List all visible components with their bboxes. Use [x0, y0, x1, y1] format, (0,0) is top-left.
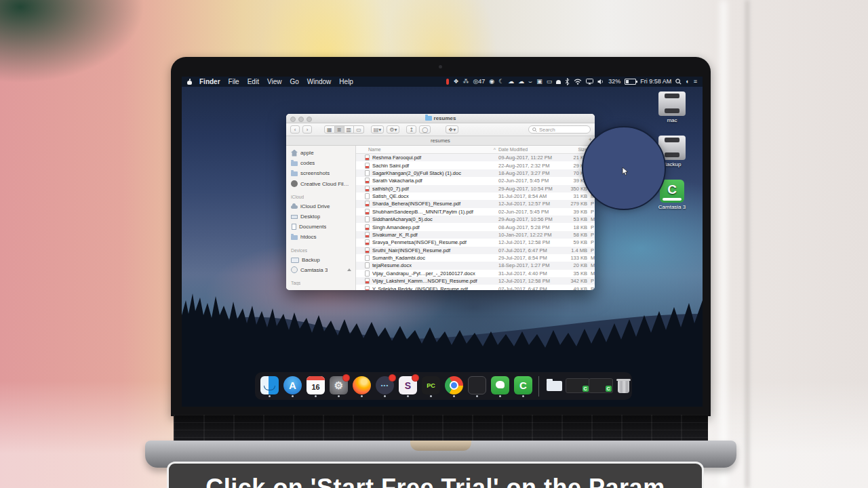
notification-count[interactable]: ◎47 [473, 77, 485, 87]
cloud-icon[interactable]: ☁ [508, 77, 514, 87]
sidebar-item[interactable]: Creative Cloud Fil… [291, 179, 355, 189]
Vijay_Gandrapu_-Pyt…per_-_20160127.docx-dock-item[interactable]: Vijay_Gandrapu_-Pyt…per_-_20160127.docx … [356, 270, 595, 277]
SiddhantAcharya(0_5).doc-dock-item[interactable]: SiddhantAcharya(0_5).doc 29-Aug-2017, 10… [356, 216, 595, 223]
minimized-window-1-dock-item[interactable]: C [568, 378, 587, 397]
Sachin Saini.pdf-dock-item[interactable]: Sachin Saini.pdf 22-Aug-2017, 2:32 PM 29… [356, 161, 595, 169]
Sumanth_Kadambi.doc-dock-item[interactable]: Sumanth_Kadambi.doc 29-Jul-2017, 8:54 PM… [356, 254, 595, 262]
sidebar-item[interactable]: Desktop [291, 211, 355, 222]
siri-icon[interactable]: ◐ [686, 77, 689, 87]
ShubhamSandeepB…_MNNIT,Paytm (1).pdf-dock-item[interactable]: ShubhamSandeepB…_MNNIT,Paytm (1).pdf 02-… [356, 208, 595, 216]
firefox-dock-item[interactable] [352, 376, 372, 397]
Sravya_Penmetsa(INSOFE)_Resume.pdf-dock-item[interactable]: Sravya_Penmetsa(INSOFE)_Resume.pdf 12-Ju… [356, 239, 595, 246]
forward-button[interactable]: › [302, 125, 312, 134]
sidebar-item[interactable]: iCloud Drive [291, 201, 355, 211]
menu-item[interactable]: Edit [243, 78, 263, 85]
sidebar-item[interactable]: apple [291, 148, 355, 158]
column-date-modified[interactable]: Date Modified [498, 147, 561, 152]
Reshma Farooqui.pdf-dock-item[interactable]: Reshma Farooqui.pdf 09-Aug-2017, 11:22 P… [356, 154, 595, 161]
apple-menu-icon[interactable] [187, 79, 193, 85]
sidebar-item[interactable]: iCloud [291, 192, 355, 201]
zoom-button[interactable] [307, 117, 312, 122]
minimize-button[interactable] [298, 117, 304, 122]
battery-icon[interactable] [625, 79, 636, 85]
close-button[interactable] [290, 117, 296, 122]
column-view-button[interactable]: ▥ [344, 125, 355, 134]
Sivakumar_K_R.pdf-dock-item[interactable]: Sivakumar_K_R.pdf 10-Jan-2017, 12:22 PM … [356, 231, 595, 239]
group-button[interactable]: ▤▾ [371, 125, 384, 134]
volume-icon[interactable] [597, 79, 604, 85]
sidebar-item[interactable]: Backup [291, 255, 355, 265]
desktop-icon-art: C [660, 180, 684, 203]
desktop-icon[interactable]: mac [652, 92, 692, 123]
search-input[interactable]: Search [528, 125, 591, 134]
list-view-button[interactable]: ≣ [335, 125, 344, 134]
calendar-dock-item[interactable]: 16 [306, 376, 326, 397]
menu-item[interactable]: Finder [195, 78, 224, 85]
Sarath Vakacharla.pdf-dock-item[interactable]: Sarath Vakacharla.pdf 02-Jun-2017, 5:45 … [356, 177, 595, 184]
clock[interactable]: Fri 9:58 AM [640, 77, 671, 87]
airplay-icon[interactable] [586, 79, 593, 85]
bluetooth-icon[interactable] [565, 78, 570, 85]
box-icon[interactable]: ▣ [536, 77, 542, 87]
tags-button[interactable]: ◯ [419, 125, 431, 134]
minimized-window-2-dock-item[interactable]: C [591, 378, 610, 397]
wifi-icon[interactable] [574, 79, 582, 85]
window-titlebar[interactable]: resumes [286, 114, 595, 123]
running-indicator-dot [338, 395, 340, 397]
sidebar-item[interactable]: Tags [291, 279, 355, 287]
Sruthi_Nair(INSOFE)_Resume.pdf-dock-item[interactable]: Sruthi_Nair(INSOFE)_Resume.pdf 07-Jul-20… [356, 247, 595, 254]
sidebar-item[interactable]: htdocs [291, 232, 355, 242]
sathish(0_7).pdf-dock-item[interactable]: sathish(0_7).pdf 29-Aug-2017, 10:54 PM 3… [356, 185, 595, 192]
window-app-icon[interactable]: ▭ [547, 77, 553, 87]
Satish_QE.docx-dock-item[interactable]: Satish_QE.docx 31-Jul-2017, 8:54 AM 31 K… [356, 192, 595, 200]
sidebar-item[interactable]: Camtasia 3 [291, 265, 355, 275]
sidebar-item[interactable]: codes [291, 158, 355, 168]
app-store-dock-item[interactable]: A [283, 376, 302, 397]
moon-icon[interactable]: ☾ [498, 77, 504, 87]
finder-dock-item[interactable] [260, 376, 279, 397]
bell-icon[interactable] [556, 80, 561, 84]
slack-dock-item[interactable]: S [398, 376, 418, 397]
chrome-dock-item[interactable] [444, 376, 464, 397]
tejaResume.docx-dock-item[interactable]: tejaResume.docx 18-Sep-2017, 1:27 PM 20 … [356, 262, 595, 269]
camera-icon[interactable]: ◉ [489, 77, 494, 87]
trash-dock-item[interactable] [614, 376, 633, 397]
sidebar-item[interactable]: screenshots [291, 168, 355, 178]
camtasia-dock-item[interactable]: C [513, 376, 533, 397]
menu-item[interactable]: View [263, 78, 286, 85]
downloads-folder-dock-item[interactable] [545, 376, 564, 397]
chat-app-dock-item[interactable]: ••• [375, 376, 395, 397]
tab-resumes[interactable]: resumes [431, 138, 450, 144]
Sharda_Behera(INSOFE)_Resume.pdf-dock-item[interactable]: Sharda_Behera(INSOFE)_Resume.pdf 12-Jul-… [356, 200, 595, 207]
desktop-icon-label: mac [652, 117, 692, 123]
menu-item[interactable]: File [224, 78, 243, 85]
terminal-dock-item[interactable] [467, 376, 487, 397]
evernote-dock-item[interactable] [490, 376, 510, 397]
dropbox-icon[interactable]: ❖ [453, 77, 458, 87]
dropbox-toolbar-button[interactable]: ❖▾ [446, 125, 458, 134]
column-name[interactable]: Name ^ [356, 147, 498, 152]
menu-item[interactable]: Go [285, 78, 302, 85]
running-indicator-dot [292, 395, 294, 397]
sidebar-item[interactable]: Documents [291, 222, 355, 232]
system-preferences-dock-item[interactable]: ⚙ [329, 376, 349, 397]
back-button[interactable]: ‹ [290, 125, 300, 134]
Singh Amandeep.pdf-dock-item[interactable]: Singh Amandeep.pdf 08-Aug-2017, 5:28 PM … [356, 223, 595, 230]
coverflow-view-button[interactable]: ▭ [354, 125, 364, 134]
menu-item[interactable]: Window [303, 78, 336, 85]
notification-center-icon[interactable]: ≡ [694, 77, 697, 87]
Vijay_Lakshmi_Kamm…NSOFE)_Resume.pdf-dock-item[interactable]: Vijay_Lakshmi_Kamm…NSOFE)_Resume.pdf 12-… [356, 277, 595, 285]
cloud-sync-icon[interactable]: ☁ [518, 77, 524, 87]
share-button[interactable]: ↥ [406, 125, 416, 134]
icon-view-button[interactable]: ▦ [324, 125, 335, 134]
grab-app-icon[interactable]: ⁂ [462, 77, 469, 87]
menu-item[interactable]: Help [335, 78, 357, 85]
action-gear-button[interactable]: ⚙▾ [387, 125, 399, 134]
sidebar-item[interactable]: Devices [291, 246, 355, 255]
Y. Srilekha Reddy_(INSOFE)_Resume.pdf-dock-item[interactable]: Y. Srilekha Reddy_(INSOFE)_Resume.pdf 07… [356, 285, 595, 290]
pycharm-dock-item[interactable]: PC [421, 376, 441, 397]
shield-icon[interactable]: ⌣ [528, 77, 532, 87]
SagarKhangan(2_0)(Full Stack) (1).doc-dock-item[interactable]: SagarKhangan(2_0)(Full Stack) (1).doc 18… [356, 169, 595, 177]
eject-icon[interactable] [347, 268, 351, 271]
search-icon[interactable] [675, 79, 682, 85]
